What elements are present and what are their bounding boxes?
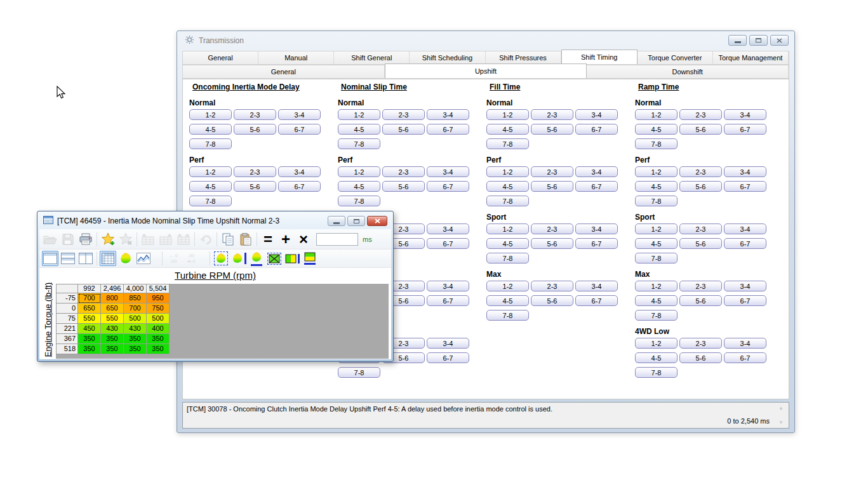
shift-button-3-4[interactable]: 3-4 bbox=[575, 166, 618, 177]
add-icon[interactable]: + bbox=[277, 232, 294, 247]
shift-button-3-4[interactable]: 3-4 bbox=[724, 223, 766, 234]
shift-button-2-3[interactable]: 2-3 bbox=[531, 223, 573, 234]
shift-button-3-4[interactable]: 3-4 bbox=[724, 281, 766, 291]
shift-button-1-2[interactable]: 1-2 bbox=[486, 281, 529, 291]
shift-button-7-8[interactable]: 7-8 bbox=[486, 310, 529, 321]
table-config-icon[interactable] bbox=[175, 232, 192, 247]
map-cell[interactable]: 950 bbox=[147, 293, 170, 304]
minimize-button[interactable] bbox=[728, 35, 747, 46]
shift-button-7-8[interactable]: 7-8 bbox=[635, 253, 678, 264]
shift-button-4-5[interactable]: 4-5 bbox=[189, 124, 232, 135]
map-cell[interactable]: 700 bbox=[78, 293, 101, 304]
shift-button-5-6[interactable]: 5-6 bbox=[679, 352, 722, 363]
scroll-down-icon[interactable]: ▼ bbox=[778, 420, 784, 425]
shift-button-6-7[interactable]: 6-7 bbox=[427, 352, 469, 363]
copy-icon[interactable] bbox=[220, 232, 236, 247]
map-cell[interactable]: 430 bbox=[124, 324, 147, 334]
minimize-button[interactable] bbox=[328, 216, 345, 226]
shift-button-4-5[interactable]: 4-5 bbox=[338, 181, 380, 192]
shift-button-6-7[interactable]: 6-7 bbox=[724, 295, 766, 306]
map-cell[interactable]: 350 bbox=[78, 344, 101, 354]
shift-button-2-3[interactable]: 2-3 bbox=[531, 109, 573, 120]
shift-button-2-3[interactable]: 2-3 bbox=[679, 281, 722, 291]
map-cell[interactable]: 500 bbox=[124, 314, 147, 324]
shift-button-6-7[interactable]: 6-7 bbox=[724, 352, 766, 363]
shift-button-7-8[interactable]: 7-8 bbox=[635, 310, 678, 321]
tab-shift-general[interactable]: Shift General bbox=[334, 51, 410, 64]
shift-button-1-2[interactable]: 1-2 bbox=[189, 166, 232, 177]
shift-button-2-3[interactable]: 2-3 bbox=[234, 109, 276, 120]
edit-cell-all-icon[interactable] bbox=[266, 251, 283, 266]
shift-button-3-4[interactable]: 3-4 bbox=[575, 109, 618, 120]
shift-button-4-5[interactable]: 4-5 bbox=[635, 124, 678, 135]
shift-button-5-6[interactable]: 5-6 bbox=[531, 181, 573, 192]
shift-button-5-6[interactable]: 5-6 bbox=[234, 181, 276, 192]
shift-button-5-6[interactable]: 5-6 bbox=[679, 124, 722, 135]
shift-button-4-5[interactable]: 4-5 bbox=[635, 181, 678, 192]
shift-button-7-8[interactable]: 7-8 bbox=[189, 138, 232, 149]
shift-button-1-2[interactable]: 1-2 bbox=[338, 109, 380, 120]
shift-button-7-8[interactable]: 7-8 bbox=[189, 196, 232, 206]
multiply-icon[interactable]: × bbox=[295, 232, 312, 247]
subtab-downshift[interactable]: Downshift bbox=[587, 65, 789, 78]
edit-surface-column-icon[interactable] bbox=[230, 251, 247, 266]
shift-button-4-5[interactable]: 4-5 bbox=[486, 124, 529, 135]
shift-button-2-3[interactable]: 2-3 bbox=[679, 338, 722, 349]
shift-button-6-7[interactable]: 6-7 bbox=[427, 124, 469, 135]
shift-button-1-2[interactable]: 1-2 bbox=[486, 223, 529, 234]
shift-button-4-5[interactable]: 4-5 bbox=[635, 295, 678, 306]
shift-button-6-7[interactable]: 6-7 bbox=[724, 238, 766, 249]
tab-shift-timing[interactable]: Shift Timing bbox=[561, 50, 638, 64]
shift-button-1-2[interactable]: 1-2 bbox=[635, 338, 678, 349]
map-cell[interactable]: 700 bbox=[124, 304, 147, 314]
close-button[interactable] bbox=[770, 35, 789, 46]
shift-button-4-5[interactable]: 4-5 bbox=[486, 295, 529, 306]
decimal-decrease-icon[interactable]: ←.0.00 bbox=[165, 251, 182, 266]
shift-button-2-3[interactable]: 2-3 bbox=[382, 166, 425, 177]
shift-button-1-2[interactable]: 1-2 bbox=[635, 166, 678, 177]
paste-icon[interactable] bbox=[237, 232, 254, 247]
table-config-icon[interactable] bbox=[140, 232, 156, 247]
shift-button-2-3[interactable]: 2-3 bbox=[679, 166, 722, 177]
shift-button-7-8[interactable]: 7-8 bbox=[486, 138, 529, 149]
shift-button-3-4[interactable]: 3-4 bbox=[427, 109, 469, 120]
shift-button-1-2[interactable]: 1-2 bbox=[635, 223, 678, 234]
subtab-general[interactable]: General bbox=[183, 65, 385, 78]
shift-button-7-8[interactable]: 7-8 bbox=[635, 367, 678, 378]
shift-button-3-4[interactable]: 3-4 bbox=[427, 338, 469, 349]
shift-button-7-8[interactable]: 7-8 bbox=[635, 138, 678, 149]
map-cell[interactable]: 800 bbox=[101, 293, 124, 304]
shift-button-2-3[interactable]: 2-3 bbox=[382, 109, 425, 120]
map-cell[interactable]: 650 bbox=[78, 304, 101, 314]
shift-button-5-6[interactable]: 5-6 bbox=[531, 295, 573, 306]
map-cell[interactable]: 650 bbox=[101, 304, 124, 314]
open-folder-icon[interactable] bbox=[42, 232, 58, 247]
map-cell[interactable]: 350 bbox=[101, 334, 124, 344]
edit-cell-column-icon[interactable] bbox=[284, 251, 300, 266]
shift-button-3-4[interactable]: 3-4 bbox=[724, 166, 766, 177]
shift-button-6-7[interactable]: 6-7 bbox=[427, 295, 469, 306]
shift-button-7-8[interactable]: 7-8 bbox=[486, 196, 529, 206]
shift-button-6-7[interactable]: 6-7 bbox=[575, 124, 618, 135]
shift-button-6-7[interactable]: 6-7 bbox=[278, 181, 321, 192]
map-cell[interactable]: 430 bbox=[101, 324, 124, 334]
shift-button-1-2[interactable]: 1-2 bbox=[189, 109, 232, 120]
shift-button-6-7[interactable]: 6-7 bbox=[724, 124, 766, 135]
shift-button-7-8[interactable]: 7-8 bbox=[338, 196, 380, 206]
view-split-horizontal-icon[interactable] bbox=[60, 251, 76, 266]
shift-button-6-7[interactable]: 6-7 bbox=[724, 181, 766, 192]
tab-torque-converter[interactable]: Torque Converter bbox=[638, 51, 713, 64]
map-cell[interactable]: 450 bbox=[78, 324, 101, 334]
view-single-pane-icon[interactable] bbox=[42, 251, 58, 266]
maximize-button[interactable] bbox=[347, 216, 365, 226]
map-cell[interactable]: 500 bbox=[147, 314, 170, 324]
shift-button-3-4[interactable]: 3-4 bbox=[724, 338, 766, 349]
shift-button-2-3[interactable]: 2-3 bbox=[531, 281, 573, 291]
favorite-add-icon[interactable] bbox=[100, 232, 116, 247]
map-cell[interactable]: 350 bbox=[78, 334, 101, 344]
shift-button-3-4[interactable]: 3-4 bbox=[278, 109, 321, 120]
tab-torque-management[interactable]: Torque Management bbox=[713, 51, 789, 64]
map-cell[interactable]: 850 bbox=[124, 293, 147, 304]
main-titlebar[interactable]: Transmission bbox=[177, 31, 794, 50]
shift-button-1-2[interactable]: 1-2 bbox=[635, 281, 678, 291]
